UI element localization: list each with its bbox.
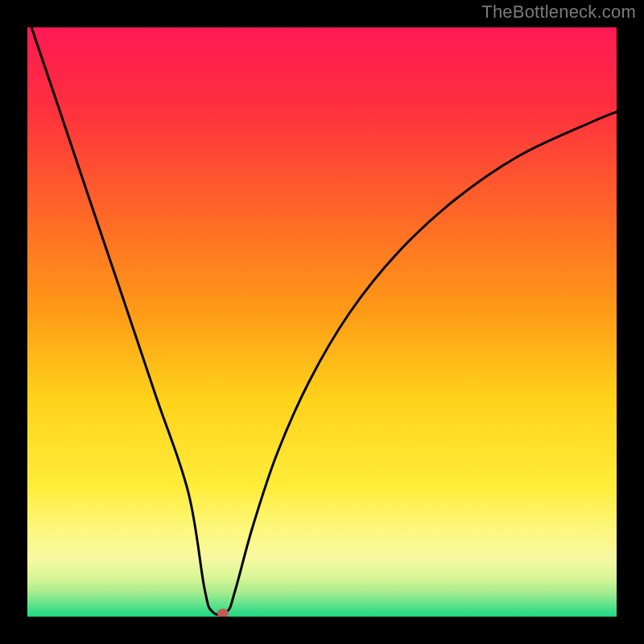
chart-frame: TheBottleneck.com bbox=[0, 0, 644, 644]
optimal-point-marker bbox=[217, 609, 229, 617]
plot-area bbox=[27, 27, 617, 617]
bottleneck-curve bbox=[27, 27, 617, 617]
watermark-text: TheBottleneck.com bbox=[481, 2, 636, 23]
